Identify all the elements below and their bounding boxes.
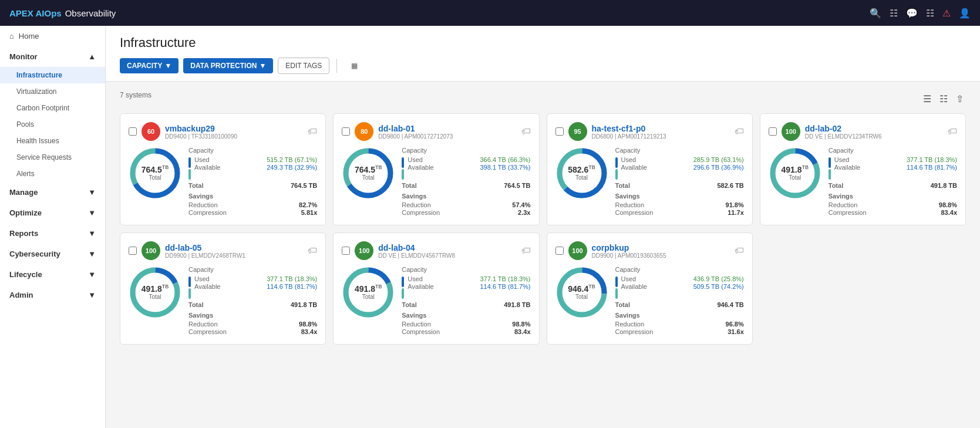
card-checkbox[interactable]: [129, 127, 137, 136]
sidebar-section-cybersecurity[interactable]: Cybersecurity ▼: [0, 244, 105, 264]
tag-icon[interactable]: 🏷: [308, 126, 317, 137]
used-row: Used 285.9 TB (63.1%): [621, 156, 744, 163]
sidebar-item-infrastructure[interactable]: Infrastructure: [0, 67, 105, 83]
savings-label: Savings: [615, 312, 744, 319]
apps-icon[interactable]: ☷: [890, 8, 898, 19]
card-name[interactable]: dd-lab-01: [378, 124, 453, 133]
card-checkbox[interactable]: [342, 247, 350, 255]
grid-view-button[interactable]: ☷: [937, 92, 950, 106]
card-header: 95 ha-test-cf1-p0 DD6800 | APM0017121921…: [555, 122, 744, 141]
donut-chart: 764.5TB Total: [342, 147, 395, 200]
used-row: Used 515.2 TB (67.1%): [194, 156, 317, 163]
donut-label: 946.4TB Total: [568, 284, 595, 300]
card-checkbox[interactable]: [555, 127, 564, 136]
tag-icon[interactable]: 🏷: [308, 245, 317, 256]
tag-icon[interactable]: 🏷: [521, 126, 531, 137]
app-body: ⌂ Home Monitor ▲ Infrastructure Virtuali…: [0, 26, 980, 428]
sidebar-item-home[interactable]: ⌂ Home: [0, 26, 105, 46]
compression-label: Compression: [615, 328, 654, 335]
available-label: Available: [408, 164, 433, 171]
sidebar-section-manage[interactable]: Manage ▼: [0, 182, 105, 203]
brand-product: Observability: [65, 8, 116, 18]
search-icon[interactable]: 🔍: [870, 8, 881, 19]
capacity-stat-label: Capacity: [402, 147, 530, 154]
edit-tags-button[interactable]: EDIT TAGS: [278, 58, 329, 74]
system-card-1: 80 dd-lab-01 DD9800 | APM00172712073 🏷 7…: [333, 113, 539, 225]
sidebar-section-lifecycle[interactable]: Lifecycle ▼: [0, 264, 105, 285]
card-header: 100 dd-lab-05 DD9900 | ELMDDV2468TRW1 🏷: [129, 241, 317, 260]
card-name[interactable]: ha-test-cf1-p0: [592, 124, 666, 133]
view-toggle: ☰ ☷ ⇧: [921, 92, 966, 106]
available-row: Available 114.6 TB (81.7%): [834, 164, 957, 171]
available-row: Available 114.6 TB (81.7%): [194, 283, 317, 290]
card-checkbox[interactable]: [769, 127, 777, 136]
optimize-label: Optimize: [9, 208, 42, 217]
card-name[interactable]: dd-lab-04: [378, 243, 455, 252]
card-subtitle: DD9400 | TF3J3180100090: [165, 133, 237, 140]
chevron-up-icon: ▲: [88, 52, 96, 61]
alert-icon[interactable]: ⚠: [942, 8, 951, 19]
total-row: Total 946.4 TB: [615, 301, 744, 308]
compression-row: Compression 11.7x: [615, 209, 744, 216]
capacity-button[interactable]: CAPACITY ▼: [120, 58, 179, 73]
sidebar-section-monitor[interactable]: Monitor ▲: [0, 46, 105, 67]
sidebar-section-admin[interactable]: Admin ▼: [0, 285, 105, 305]
donut-text: Total: [142, 175, 169, 181]
card-body: 491.8TB Total Capacity Used 377.1 TB (18…: [769, 147, 957, 217]
sidebar-section-reports[interactable]: Reports ▼: [0, 223, 105, 244]
capacity-stat-label: Capacity: [829, 147, 957, 154]
total-row: Total 491.8 TB: [829, 182, 957, 189]
sidebar-item-carbon-footprint[interactable]: Carbon Footprint: [0, 100, 105, 116]
card-name[interactable]: dd-lab-05: [165, 243, 245, 252]
savings-label: Savings: [615, 193, 744, 200]
savings-label: Savings: [402, 193, 530, 200]
tag-icon[interactable]: 🏷: [735, 245, 744, 256]
total-label: Total: [188, 301, 203, 308]
compression-label: Compression: [615, 209, 654, 216]
chat-icon[interactable]: 💬: [906, 8, 918, 19]
system-card-5: 100 dd-lab-04 DD VE | ELMDDV4567TRW8 🏷 4…: [333, 232, 539, 345]
card-subtitle: DD VE | ELMDDV1234TRW6: [805, 133, 882, 140]
donut-value: 491.8TB: [142, 284, 169, 294]
savings-label: Savings: [188, 193, 317, 200]
brand: APEX AIOps Observability: [9, 8, 116, 18]
tag-icon[interactable]: 🏷: [521, 245, 531, 256]
card-header-left: 100 corpbkup DD9900 | APM00193603655: [555, 241, 666, 260]
score-badge: 100: [568, 241, 587, 260]
reduction-label: Reduction: [829, 201, 858, 208]
filter-button[interactable]: ▦: [344, 58, 365, 73]
donut-text: Total: [568, 294, 595, 301]
used-value: 285.9 TB (63.1%): [693, 156, 744, 163]
card-stats: Capacity Used 436.9 TB (25.8%) Available: [615, 266, 744, 336]
tag-icon[interactable]: 🏷: [948, 126, 957, 137]
card-checkbox[interactable]: [342, 127, 350, 136]
card-title-group: ha-test-cf1-p0 DD6800 | APM00171219213: [592, 124, 666, 140]
card-name[interactable]: vmbackup29: [165, 124, 237, 133]
list-icon[interactable]: ☷: [926, 8, 934, 19]
card-name[interactable]: corpbkup: [592, 243, 666, 252]
tag-icon[interactable]: 🏷: [735, 126, 744, 137]
sidebar-item-virtualization[interactable]: Virtualization: [0, 83, 105, 100]
main-content: Infrastructure CAPACITY ▼ DATA PROTECTIO…: [106, 26, 980, 428]
compression-value: 31.6x: [728, 328, 744, 335]
sidebar-item-alerts[interactable]: Alerts: [0, 166, 105, 182]
reduction-value: 82.7%: [299, 201, 317, 208]
card-checkbox[interactable]: [129, 247, 137, 255]
reduction-label: Reduction: [402, 321, 431, 328]
reduction-value: 91.8%: [726, 201, 744, 208]
donut-text: Total: [781, 175, 809, 181]
sidebar-item-service-requests[interactable]: Service Requests: [0, 149, 105, 166]
list-view-button[interactable]: ☰: [921, 92, 934, 106]
sidebar-item-pools[interactable]: Pools: [0, 116, 105, 133]
donut-chart: 946.4TB Total: [555, 266, 608, 319]
sidebar-item-health-issues[interactable]: Health Issues: [0, 133, 105, 149]
home-icon: ⌂: [9, 32, 14, 41]
card-name[interactable]: dd-lab-02: [805, 124, 882, 133]
compression-row: Compression 31.6x: [615, 328, 744, 335]
export-button[interactable]: ⇧: [954, 92, 966, 106]
card-checkbox[interactable]: [555, 247, 564, 255]
user-icon[interactable]: 👤: [959, 8, 971, 19]
data-protection-button[interactable]: DATA PROTECTION ▼: [183, 58, 273, 73]
sidebar-section-optimize[interactable]: Optimize ▼: [0, 203, 105, 223]
card-subtitle: DD9900 | APM00193603655: [592, 252, 666, 259]
